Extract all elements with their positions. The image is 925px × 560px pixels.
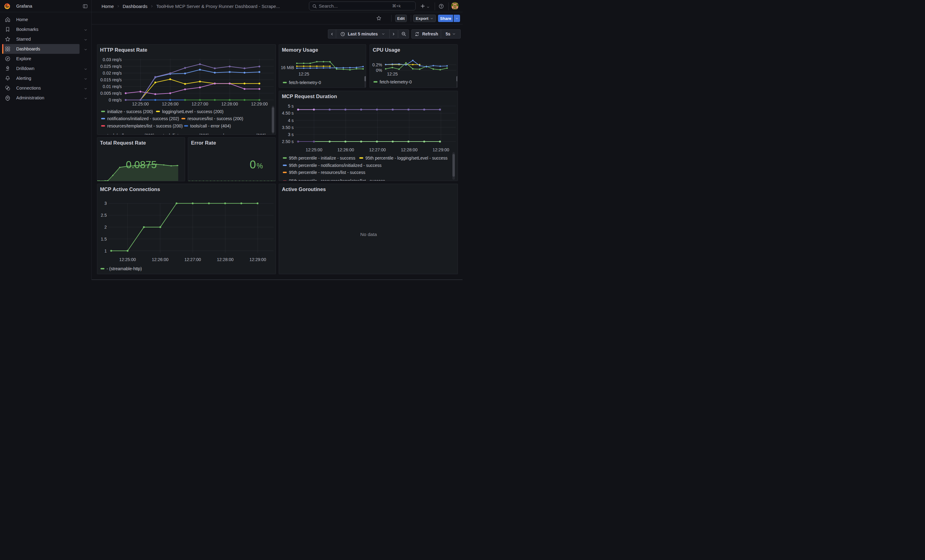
svg-text:5 s: 5 s [288,104,294,108]
svg-text:12:28:00: 12:28:00 [221,102,238,107]
svg-text:12:25: 12:25 [387,72,398,77]
svg-text:0.015 req/s: 0.015 req/s [100,77,121,82]
svg-text:0.025 req/s: 0.025 req/s [100,64,121,69]
svg-text:2: 2 [104,225,107,230]
svg-text:12:28:00: 12:28:00 [217,257,234,262]
svg-text:1.5: 1.5 [101,237,107,242]
svg-text:0.01 req/s: 0.01 req/s [102,84,121,89]
svg-text:95th percentile - notification: 95th percentile - notifications/initiali… [289,163,382,168]
svg-text:resources/list - success (200): resources/list - success (200) [187,116,243,121]
svg-text:%: % [257,162,263,170]
svg-text:0: 0 [250,158,256,171]
svg-text:95th percentile - resources/li: 95th percentile - resources/list - succe… [289,170,366,175]
svg-text:16 MiB: 16 MiB [281,65,294,70]
svg-text:tools/call - error (404): tools/call - error (404) [190,123,230,128]
svg-text:1: 1 [104,249,107,254]
svg-text:95th percentile - logging/setL: 95th percentile - logging/setLevel - suc… [366,156,447,161]
svg-text:3 s: 3 s [288,132,294,137]
svg-text:12:25: 12:25 [298,72,309,77]
svg-text:12:25:00: 12:25:00 [132,102,149,107]
svg-text:0.0875: 0.0875 [126,159,157,170]
svg-text:logging/setLevel - success (20: logging/setLevel - success (200) [162,109,223,114]
svg-text:2.5: 2.5 [101,213,107,218]
svg-text:12:26:00: 12:26:00 [337,147,354,152]
svg-text:12:29:00: 12:29:00 [251,102,268,107]
svg-text:0.03 req/s: 0.03 req/s [102,57,121,62]
svg-text:tools/call - success (200): tools/call - success (200) [107,133,154,135]
svg-text:notifications/initialized - su: notifications/initialized - success (202… [107,116,179,121]
svg-text:0 req/s: 0 req/s [108,98,122,102]
svg-text:resources/templates/list - suc: resources/templates/list - success (200) [107,123,182,128]
svg-text:12:25:00: 12:25:00 [306,147,322,152]
svg-text:unknown - success (200): unknown - success (200) [218,133,266,135]
svg-text:12:27:00: 12:27:00 [191,102,208,107]
svg-text:tools/list - success (200): tools/list - success (200) [163,133,209,135]
svg-text:4.50 s: 4.50 s [282,111,294,116]
svg-text:95th percentile - initialize -: 95th percentile - initialize - success [289,156,356,161]
svg-text:fetch-telemetry-0: fetch-telemetry-0 [289,80,321,85]
svg-text:3: 3 [104,201,107,206]
svg-text:- (streamable-http): - (streamable-http) [107,266,142,271]
svg-text:3.50 s: 3.50 s [282,125,294,130]
svg-text:12:27:00: 12:27:00 [184,257,201,262]
svg-text:2.50 s: 2.50 s [282,139,294,144]
svg-text:0%: 0% [376,68,382,73]
svg-text:0.005 req/s: 0.005 req/s [100,91,121,96]
svg-text:12:26:00: 12:26:00 [152,257,169,262]
svg-text:initialize - success (200): initialize - success (200) [107,109,153,114]
svg-text:12:26:00: 12:26:00 [162,102,179,107]
svg-text:95th percentile - resources/te: 95th percentile - resources/templates/li… [289,179,385,181]
svg-text:fetch-telemetry-0: fetch-telemetry-0 [380,80,412,84]
svg-text:12:28:00: 12:28:00 [401,147,417,152]
svg-text:12:29:00: 12:29:00 [432,147,449,152]
svg-text:0.02 req/s: 0.02 req/s [102,71,121,75]
svg-text:12:25:00: 12:25:00 [119,257,136,262]
svg-text:0.2%: 0.2% [372,62,382,67]
svg-text:12:29:00: 12:29:00 [249,257,266,262]
svg-text:12:27:00: 12:27:00 [369,147,386,152]
svg-text:4 s: 4 s [288,118,294,123]
